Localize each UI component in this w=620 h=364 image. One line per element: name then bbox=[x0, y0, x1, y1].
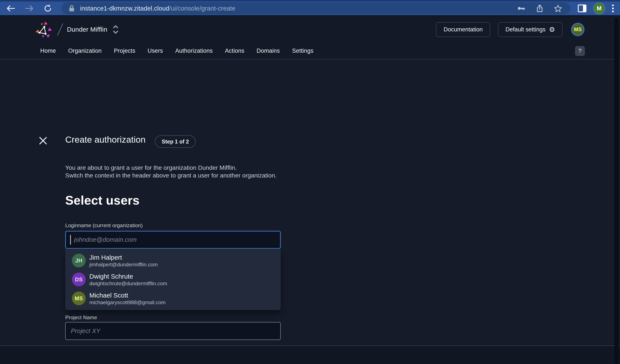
loginname-input[interactable] bbox=[65, 231, 281, 249]
avatar: MS bbox=[72, 291, 86, 305]
app-header: Dunder Mifflin Documentation Default set… bbox=[0, 16, 620, 43]
user-text: Jim Halpert jimhalpert@dundermifflin.com bbox=[89, 253, 157, 268]
user-suggestion-item[interactable]: MS Michael Scott michaelgaryscott988@gma… bbox=[65, 289, 281, 308]
bookmark-star-icon[interactable] bbox=[554, 5, 562, 12]
nav-item-organization[interactable]: Organization bbox=[68, 47, 102, 54]
browser-address-bar[interactable]: instance1-dkmnzw.zitadel.cloud/ui/consol… bbox=[62, 2, 571, 15]
project-name-label: Project Name bbox=[65, 315, 97, 320]
nav-item-domains[interactable]: Domains bbox=[257, 47, 280, 54]
default-settings-button[interactable]: Default settings⚙ bbox=[498, 22, 562, 37]
browser-forward-button[interactable] bbox=[25, 4, 34, 13]
browser-back-button[interactable] bbox=[6, 4, 16, 13]
close-button[interactable] bbox=[38, 136, 48, 145]
user-email: michaelgaryscott988@gmail.com bbox=[89, 299, 166, 305]
close-icon bbox=[39, 136, 47, 145]
text-caret bbox=[70, 235, 71, 245]
step-badge: Step 1 of 2 bbox=[155, 135, 196, 148]
org-name: Dunder Mifflin bbox=[67, 26, 107, 33]
user-suggestion-item[interactable]: JH Jim Halpert jimhalpert@dundermifflin.… bbox=[65, 251, 281, 270]
documentation-label: Documentation bbox=[443, 26, 483, 33]
user-avatar[interactable]: MS bbox=[571, 23, 585, 36]
back-arrow-icon bbox=[6, 5, 15, 12]
org-switcher-button[interactable] bbox=[113, 25, 118, 34]
avatar: JH bbox=[72, 254, 86, 267]
loginname-field-wrap bbox=[65, 231, 281, 249]
intro-line-2: Switch the context in the header above t… bbox=[65, 172, 277, 180]
password-key-icon[interactable] bbox=[518, 6, 525, 11]
user-name: Jim Halpert bbox=[89, 253, 157, 261]
nav-item-settings[interactable]: Settings bbox=[292, 47, 313, 54]
zitadel-logo-icon[interactable] bbox=[34, 20, 53, 39]
breadcrumb-slash bbox=[57, 23, 63, 36]
user-email: jimhalpert@dundermifflin.com bbox=[89, 261, 157, 268]
browser-refresh-button[interactable] bbox=[43, 4, 53, 13]
nav-item-actions[interactable]: Actions bbox=[225, 47, 244, 54]
page-title: Create authorization bbox=[65, 135, 146, 145]
user-email: dwightschrute@dundermifflin.com bbox=[89, 280, 167, 287]
user-suggestion-item[interactable]: DS Dwight Schrute dwightschrute@dundermi… bbox=[65, 270, 281, 289]
url-text: instance1-dkmnzw.zitadel.cloud/ui/consol… bbox=[80, 5, 235, 12]
user-name: Michael Scott bbox=[89, 291, 166, 299]
side-panel-icon[interactable] bbox=[578, 4, 587, 12]
user-text: Michael Scott michaelgaryscott988@gmail.… bbox=[89, 291, 166, 305]
lock-icon bbox=[69, 5, 75, 12]
user-name: Dwight Schrute bbox=[89, 272, 167, 280]
nav-item-home[interactable]: Home bbox=[40, 47, 56, 54]
url-domain: instance1-dkmnzw.zitadel.cloud bbox=[80, 5, 169, 12]
project-name-field-wrap bbox=[65, 322, 281, 340]
intro-line-1: You are about to grant a user for the or… bbox=[65, 164, 277, 172]
footer-area bbox=[0, 346, 620, 364]
project-name-input[interactable] bbox=[65, 322, 281, 340]
gear-icon: ⚙ bbox=[549, 26, 555, 33]
browser-toolbar: instance1-dkmnzw.zitadel.cloud/ui/consol… bbox=[0, 0, 620, 16]
intro-text: You are about to grant a user for the or… bbox=[65, 164, 277, 180]
loginname-label: Loginname (current organization) bbox=[65, 222, 143, 228]
default-settings-label: Default settings bbox=[505, 26, 545, 33]
browser-menu-icon[interactable] bbox=[612, 4, 614, 13]
nav-item-users[interactable]: Users bbox=[147, 47, 163, 54]
page-scrollbar[interactable] bbox=[614, 18, 619, 364]
user-text: Dwight Schrute dwightschrute@dundermiffl… bbox=[89, 272, 167, 287]
avatar: DS bbox=[72, 273, 86, 286]
refresh-icon bbox=[44, 4, 52, 13]
section-heading: Select users bbox=[65, 193, 140, 207]
help-button[interactable]: ? bbox=[575, 46, 585, 56]
nav-item-authorizations[interactable]: Authorizations bbox=[175, 47, 213, 54]
nav-item-projects[interactable]: Projects bbox=[114, 47, 135, 54]
main-nav: Home Organization Projects Users Authori… bbox=[0, 43, 620, 59]
unfold-chevrons-icon bbox=[113, 25, 118, 34]
user-suggestions-dropdown: JH Jim Halpert jimhalpert@dundermifflin.… bbox=[65, 249, 281, 310]
grant-create-page: Create authorization Step 1 of 2 You are… bbox=[0, 59, 620, 346]
browser-profile-avatar[interactable]: M bbox=[593, 2, 605, 15]
documentation-button[interactable]: Documentation bbox=[436, 22, 490, 37]
share-icon[interactable] bbox=[536, 4, 543, 13]
forward-arrow-icon bbox=[25, 5, 33, 12]
url-path: /ui/console/grant-create bbox=[169, 5, 235, 12]
